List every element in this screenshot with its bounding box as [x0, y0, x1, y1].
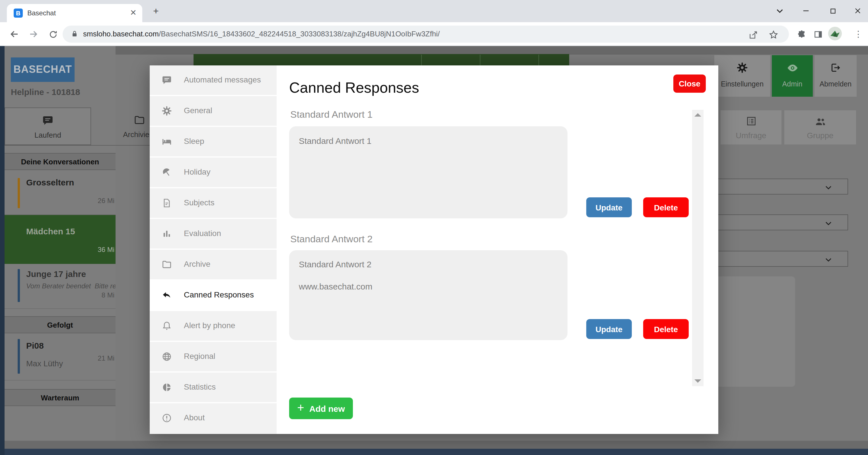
sidebar-item-about[interactable]: About	[150, 403, 277, 434]
delete-button[interactable]: Delete	[643, 319, 689, 339]
browser-menu-kebab-icon[interactable]: ⋮	[852, 27, 864, 41]
extensions-puzzle-icon[interactable]	[794, 27, 809, 41]
conversation-item[interactable]: Junge 17 jahre Vom Berater beendet Bitte…	[5, 264, 116, 308]
bed-icon	[162, 136, 172, 147]
info-icon	[162, 413, 172, 423]
scroll-up-icon[interactable]	[694, 113, 701, 117]
gear-icon	[737, 62, 748, 73]
sidebar-item-regional[interactable]: Regional	[150, 342, 277, 371]
gear-icon	[162, 106, 172, 116]
settings-button[interactable]: Einstellungen	[714, 55, 770, 97]
forward-icon[interactable]	[26, 27, 41, 41]
add-new-button[interactable]: + Add new	[289, 397, 353, 419]
window-menu-chevron-icon[interactable]	[771, 3, 788, 18]
status-bar	[18, 269, 20, 302]
list-header-warteraum: Warteraum	[5, 389, 116, 406]
lock-icon	[70, 30, 79, 38]
people-icon	[814, 116, 827, 127]
close-button[interactable]: Close	[673, 74, 706, 93]
bell-icon	[162, 321, 172, 331]
tab-close-icon[interactable]: ✕	[130, 8, 136, 17]
delete-button[interactable]: Delete	[643, 197, 689, 217]
survey-list-icon	[745, 116, 757, 127]
modal-sidebar: Automated messages General Sleep Holiday…	[150, 65, 277, 434]
profile-avatar[interactable]	[828, 27, 842, 40]
chat-icon	[162, 75, 172, 85]
conversation-time: 36 Mi	[98, 246, 115, 254]
back-icon[interactable]	[7, 27, 22, 41]
sidebar-item-automated-messages[interactable]: Automated messages	[150, 65, 277, 95]
conversation-time: 8 Mi	[102, 291, 115, 299]
favicon-icon: B	[14, 8, 23, 18]
globe-icon	[162, 352, 172, 362]
conversation-item[interactable]: Pi08 Max Lüthy 21 Mi	[5, 334, 116, 380]
window-close-icon[interactable]	[849, 3, 866, 18]
document-icon	[162, 198, 172, 208]
bookmark-star-icon[interactable]	[766, 27, 781, 42]
url-host: smsloho.basechat.com	[83, 30, 159, 38]
sidebar-item-canned-responses[interactable]: Canned Responses	[150, 281, 277, 310]
page-bottom-edge	[0, 449, 868, 455]
list-header-konversationen: Deine Konversationen	[5, 153, 116, 170]
browser-tab-strip: B Basechat ✕ +	[0, 0, 868, 22]
sidebar-item-general[interactable]: General	[150, 96, 277, 126]
chat-icon	[42, 115, 54, 126]
modal-scrollbar[interactable]	[692, 110, 704, 386]
helpline-label: Helpline - 101818	[11, 87, 80, 97]
scroll-down-icon[interactable]	[694, 379, 701, 383]
modal-title: Canned Responses	[289, 79, 419, 97]
eye-icon	[786, 62, 799, 74]
admin-button[interactable]: Admin	[772, 55, 813, 97]
logout-button[interactable]: Abmelden	[814, 55, 857, 97]
window-maximize-icon[interactable]	[824, 3, 841, 18]
side-panel-icon[interactable]	[810, 27, 825, 41]
sidebar-item-sleep[interactable]: Sleep	[150, 127, 277, 156]
section-label: Standard Antwort 2	[290, 234, 373, 245]
status-bar	[18, 339, 20, 374]
conversation-time: 21 Mi	[98, 354, 115, 362]
basechat-logo: BASECHAT	[11, 58, 74, 82]
list-header-gefolgt: Gefolgt	[5, 316, 116, 333]
folder-icon	[134, 114, 145, 126]
sidebar-item-subjects[interactable]: Subjects	[150, 188, 277, 218]
update-button[interactable]: Update	[586, 319, 632, 339]
plus-icon: +	[297, 401, 304, 415]
browser-tab[interactable]: B Basechat ✕	[7, 4, 142, 22]
url-text[interactable]: smsloho.basechat.com/BasechatSMS/16_1843…	[83, 30, 440, 38]
sidebar-item-alert-by-phone[interactable]: Alert by phone	[150, 311, 277, 341]
umbrella-icon	[162, 167, 172, 177]
tab-umfrage[interactable]: Umfrage	[721, 110, 781, 144]
tab-laufend[interactable]: Laufend	[5, 107, 91, 145]
address-bar[interactable]: smsloho.basechat.com/BasechatSMS/16_1843…	[63, 26, 789, 43]
chevron-down-icon	[824, 183, 833, 192]
sidebar-item-archive[interactable]: Archive	[150, 250, 277, 279]
chevron-down-icon	[824, 255, 833, 264]
page-bottom-band	[0, 441, 868, 449]
reload-icon[interactable]	[45, 27, 60, 41]
new-tab-button[interactable]: +	[149, 5, 163, 18]
sidebar-item-holiday[interactable]: Holiday	[150, 158, 277, 187]
folder-icon	[162, 259, 172, 269]
conversation-time: 26 Mi	[98, 197, 115, 205]
logout-icon	[830, 62, 841, 73]
reply-arrow-icon	[162, 290, 172, 300]
window-minimize-icon[interactable]	[798, 3, 814, 18]
share-icon[interactable]	[746, 27, 761, 42]
conversation-item[interactable]: Grosseltern 26 Mi	[5, 171, 116, 215]
update-button[interactable]: Update	[586, 197, 632, 217]
bar-chart-icon	[162, 229, 172, 239]
section-label: Standard Antwort 1	[290, 109, 373, 121]
browser-toolbar: smsloho.basechat.com/BasechatSMS/16_1843…	[0, 22, 868, 46]
chevron-down-icon	[824, 219, 833, 228]
screen: B Basechat ✕ + smsloho.basechat.com/Base…	[0, 0, 868, 455]
status-bar	[18, 178, 20, 208]
tab-gruppe[interactable]: Gruppe	[784, 110, 856, 144]
conversation-item-selected[interactable]: Mädchen 15 36 Mi	[5, 215, 116, 264]
sidebar-item-evaluation[interactable]: Evaluation	[150, 219, 277, 249]
canned-response-textarea[interactable]: Standard Antwort 1	[289, 126, 567, 218]
sidebar-item-statistics[interactable]: Statistics	[150, 372, 277, 402]
canned-response-textarea[interactable]: Standard Antwort 2 www.basechat.com	[289, 250, 567, 340]
page-left-edge	[0, 46, 5, 455]
pie-chart-icon	[162, 382, 172, 392]
page-top-band	[0, 46, 868, 55]
